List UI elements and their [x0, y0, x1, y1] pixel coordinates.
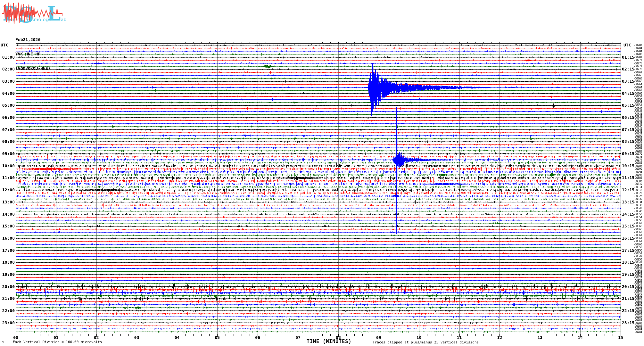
trace-offset-value: -10868 — [633, 225, 642, 228]
trace-offset-value: -10818 — [633, 189, 642, 192]
left-time-label: 11:00 — [0, 176, 15, 180]
trace-offset-value: -10790 — [633, 168, 642, 170]
x-tick-label: 11 — [457, 335, 462, 340]
trace-offset-value: -10821 — [633, 282, 642, 285]
left-time-label: 01:00 — [0, 55, 15, 60]
left-time-label: 20:00 — [0, 284, 15, 289]
trace-offset-value: -10784 — [633, 318, 642, 321]
left-time-label: 13:00 — [0, 200, 15, 204]
x-tick-label: 06 — [255, 335, 260, 340]
x-tick-label: 07 — [295, 335, 301, 340]
x-axis-title: TIME (MINUTES) — [307, 339, 351, 344]
trace-offset-value: -10748 — [633, 131, 642, 134]
trace-offset-value: -10861 — [633, 240, 642, 243]
trace-offset-value: -10858 — [633, 246, 642, 249]
left-time-label: 07:00 — [0, 128, 15, 132]
x-tick-label: 05 — [215, 335, 220, 340]
trace-offset-value: -10810 — [633, 183, 642, 185]
trace-offset-value: -10838 — [633, 204, 642, 207]
trace-offset-value: -10762 — [633, 146, 642, 149]
trace-offset-value: -10748 — [633, 110, 642, 113]
station-header: Feb21,2026 YVK HNE HP -- (VOMVOKOU-HNE) — [15, 28, 51, 80]
trace-offset-value: -10770 — [633, 152, 642, 155]
psl-logo: P atras S eismology L ab — [2, 1, 66, 26]
x-tick-label: 00 — [13, 335, 18, 340]
left-time-label: 23:00 — [0, 321, 15, 325]
helicorder-page: P atras S eismology L ab Feb21,2026 YVK … — [0, 0, 644, 346]
x-tick-label: 02 — [94, 335, 99, 340]
trace-offset-value: -10770 — [633, 68, 642, 71]
left-time-label: 02:00 — [0, 67, 15, 71]
left-time-label: 22:00 — [0, 309, 15, 313]
station-name: (VOMVOKOU-HNE) — [15, 66, 51, 71]
trace-offset-value: -10757 — [633, 95, 642, 98]
x-tick-label: 09 — [376, 335, 381, 340]
x-tick-label: 13 — [537, 335, 542, 340]
left-time-label: 12:00 — [0, 188, 15, 192]
x-tick-label: 15 — [618, 335, 623, 340]
utc-label-right: UTC — [623, 43, 631, 47]
x-tick-label: 03 — [134, 335, 139, 340]
trace-offset-value: -10809 — [633, 297, 642, 300]
left-time-label: 21:00 — [0, 296, 15, 301]
trace-offset-value: -10782 — [633, 53, 642, 56]
logo-word-ab: ab — [61, 17, 66, 22]
trace-offset-value: -10762 — [633, 89, 642, 92]
left-time-label: 09:00 — [0, 152, 15, 156]
left-time-label: 03:00 — [0, 79, 15, 84]
left-time-label: 14:00 — [0, 212, 15, 217]
x-tick-label: 12 — [497, 335, 502, 340]
left-time-label: 19:00 — [0, 272, 15, 277]
left-time-label: 06:00 — [0, 115, 15, 120]
utc-label-left: UTC — [1, 43, 8, 47]
trace-offset-value: -10838 — [633, 267, 642, 270]
trace-offset-value: -10746 — [633, 125, 642, 128]
seismogram-plot — [0, 0, 644, 346]
x-tick-label: 04 — [175, 335, 180, 340]
trace-offset-value: -10858 — [633, 219, 642, 222]
trace-offset-value: -10766 — [633, 74, 642, 77]
trace-offset-value: -10824 — [633, 276, 642, 279]
left-time-label: 08:00 — [0, 139, 15, 144]
x-tick-label: 10 — [417, 335, 422, 340]
trace-offset-value: -10784 — [633, 331, 642, 334]
trace-offset-value: -10748 — [633, 116, 642, 119]
trace-offset-value: -10846 — [633, 210, 642, 213]
left-time-label: 05:00 — [0, 103, 15, 108]
clip-note: Traces clipped at plus/minus 25 vertical… — [373, 340, 479, 344]
trace-offset-value: -10847 — [633, 261, 642, 264]
x-tick-label: 01 — [54, 335, 59, 340]
left-time-label: 15:00 — [0, 224, 15, 228]
left-time-label: 18:00 — [0, 260, 15, 265]
left-time-label: 04:00 — [0, 91, 15, 96]
date-label: Feb21,2026 — [15, 37, 51, 42]
scale-note: Each Vertical Division = 100.00 microvol… — [13, 340, 102, 344]
left-time-label: 16:00 — [0, 236, 15, 241]
trace-offset-value: -10777 — [633, 59, 642, 62]
left-time-label: 10:00 — [0, 164, 15, 168]
station-code: YVK HNE HP -- — [15, 52, 51, 56]
left-time-label: 17:00 — [0, 248, 15, 253]
footer-mark: M — [2, 341, 4, 344]
x-tick-label: 14 — [578, 335, 583, 340]
trace-offset-value: -10800 — [633, 303, 642, 306]
